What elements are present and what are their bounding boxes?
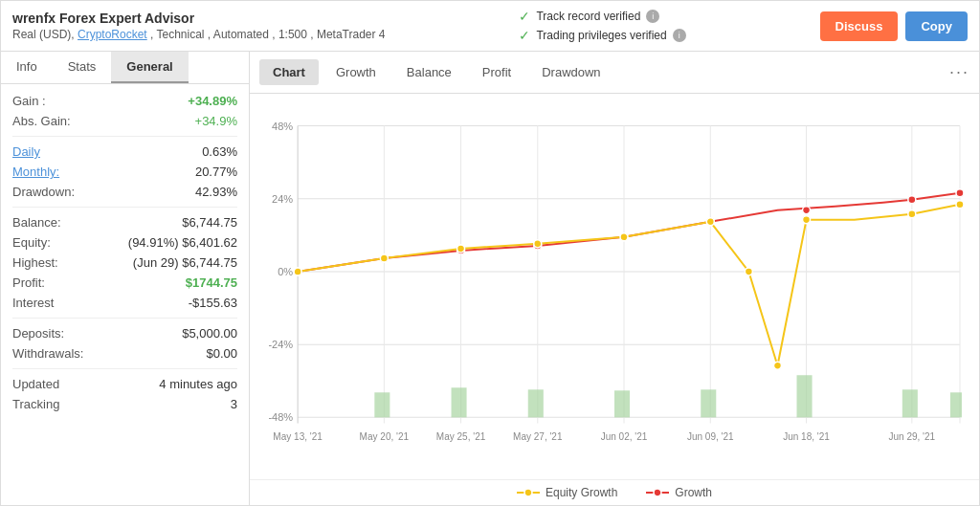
svg-rect-27: [374, 392, 390, 417]
header-actions: Discuss Copy: [820, 11, 968, 41]
drawdown-row: Drawdown: 42.93%: [12, 185, 237, 199]
svg-point-50: [745, 268, 752, 275]
balance-row: Balance: $6,744.75: [12, 215, 237, 230]
interest-row: Interest -$155.63: [12, 296, 237, 310]
svg-rect-33: [902, 389, 918, 417]
equity-row: Equity: (94.91%) $6,401.62: [12, 235, 237, 250]
svg-rect-28: [452, 387, 467, 417]
left-panel: Info Stats General Gain : +34.89% Abs. G…: [1, 52, 250, 505]
interest-value: -$155.63: [189, 296, 237, 310]
svg-text:Jun 18, '21: Jun 18, '21: [783, 431, 830, 442]
chart-svg: 48% 24% 0% -24% -48% May 13: [259, 103, 969, 474]
svg-rect-31: [701, 389, 716, 417]
svg-rect-29: [528, 389, 544, 417]
header-left: wrenfx Forex Expert Advisor Real (USD), …: [12, 11, 386, 41]
growth-legend-icon: [646, 487, 669, 498]
tab-stats[interactable]: Stats: [53, 52, 112, 83]
svg-point-58: [654, 489, 661, 496]
chart-tab-profit[interactable]: Profit: [469, 59, 524, 85]
track-record-verified: ✓ Track record verified i: [519, 9, 685, 24]
tab-info[interactable]: Info: [1, 52, 53, 83]
svg-point-42: [908, 196, 916, 204]
svg-point-56: [524, 489, 532, 496]
chart-menu-icon[interactable]: ···: [949, 62, 969, 82]
main-container: wrenfx Forex Expert Advisor Real (USD), …: [0, 0, 980, 506]
svg-text:48%: 48%: [272, 121, 293, 132]
svg-point-46: [457, 245, 465, 253]
chart-tab-drawdown[interactable]: Drawdown: [528, 59, 613, 85]
growth-label: Growth: [675, 486, 712, 499]
gain-section: Gain : +34.89% Abs. Gain: +34.9%: [12, 94, 237, 128]
withdrawals-row: Withdrawals: $0.00: [12, 346, 237, 361]
deposits-row: Deposits: $5,000.00: [12, 326, 237, 341]
interest-label: Interest: [12, 296, 54, 310]
gain-label: Gain :: [12, 94, 46, 108]
deposits-value: $5,000.00: [182, 326, 237, 341]
info-icon-1[interactable]: i: [646, 10, 659, 23]
cryptorocket-link[interactable]: CryptoRocket: [78, 28, 147, 41]
equity-value: (94.91%) $6,401.62: [128, 235, 237, 250]
monthly-label[interactable]: Monthly:: [12, 165, 59, 179]
svg-text:Jun 09, '21: Jun 09, '21: [687, 431, 734, 442]
main-content: Info Stats General Gain : +34.89% Abs. G…: [1, 52, 979, 505]
chart-tab-growth[interactable]: Growth: [323, 59, 390, 85]
daily-value: 0.63%: [202, 144, 237, 159]
equity-growth-legend-icon: [517, 487, 540, 498]
balance-value: $6,744.75: [182, 215, 237, 230]
svg-rect-30: [614, 390, 630, 417]
header: wrenfx Forex Expert Advisor Real (USD), …: [1, 1, 979, 52]
abs-gain-value: +34.9%: [195, 114, 237, 128]
svg-rect-34: [950, 392, 962, 417]
chart-tab-balance[interactable]: Balance: [393, 59, 465, 85]
drawdown-value: 42.93%: [195, 185, 237, 199]
svg-text:May 13, '21: May 13, '21: [273, 431, 323, 442]
daily-label[interactable]: Daily: [12, 144, 40, 159]
svg-point-49: [706, 218, 714, 226]
profit-value: $1744.75: [186, 275, 237, 290]
abs-gain-row: Abs. Gain: +34.9%: [12, 114, 237, 128]
svg-text:0%: 0%: [278, 266, 293, 277]
updated-row: Updated 4 minutes ago: [12, 377, 237, 391]
svg-text:May 25, '21: May 25, '21: [436, 431, 486, 442]
chart-tab-bar: Chart Growth Balance Profit Drawdown ···: [250, 52, 979, 94]
copy-button[interactable]: Copy: [905, 11, 968, 41]
growth-legend: Growth: [646, 486, 712, 499]
info-icon-2[interactable]: i: [673, 29, 686, 42]
highest-value: (Jun 29) $6,744.75: [133, 255, 237, 270]
svg-text:-48%: -48%: [268, 411, 293, 423]
highest-label: Highest:: [12, 255, 58, 270]
svg-text:Jun 29, '21: Jun 29, '21: [888, 431, 935, 442]
chart-area: 48% 24% 0% -24% -48% May 13: [250, 94, 979, 479]
svg-rect-32: [797, 375, 813, 417]
svg-text:-24%: -24%: [268, 339, 293, 350]
tracking-label: Tracking: [12, 397, 59, 411]
daily-row: Daily 0.63%: [12, 144, 237, 159]
deposits-label: Deposits:: [12, 326, 64, 341]
monthly-row: Monthly: 20.77%: [12, 165, 237, 179]
svg-text:May 20, '21: May 20, '21: [360, 431, 410, 442]
svg-text:Jun 02, '21: Jun 02, '21: [601, 431, 648, 442]
tab-general[interactable]: General: [111, 52, 188, 83]
verification-info: ✓ Track record verified i ✓ Trading priv…: [519, 9, 685, 43]
profit-label: Profit:: [12, 275, 45, 290]
equity-growth-label: Equity Growth: [546, 486, 617, 499]
check-icon-2: ✓: [519, 28, 530, 43]
svg-point-54: [956, 201, 964, 209]
svg-point-48: [620, 233, 628, 241]
abs-gain-label: Abs. Gain:: [12, 114, 71, 128]
svg-text:24%: 24%: [272, 193, 293, 205]
gain-value: +34.89%: [188, 94, 237, 108]
svg-point-51: [773, 362, 781, 369]
check-icon-1: ✓: [519, 9, 530, 24]
withdrawals-value: $0.00: [206, 346, 237, 361]
chart-tab-chart[interactable]: Chart: [259, 59, 319, 85]
updated-label: Updated: [12, 377, 59, 391]
monthly-value: 20.77%: [195, 165, 237, 179]
tracking-value: 3: [231, 397, 237, 411]
profit-row: Profit: $1744.75: [12, 275, 237, 290]
svg-point-52: [803, 216, 811, 224]
highest-row: Highest: (Jun 29) $6,744.75: [12, 255, 237, 270]
discuss-button[interactable]: Discuss: [820, 11, 899, 41]
right-panel: Chart Growth Balance Profit Drawdown ···…: [250, 52, 979, 505]
balance-label: Balance:: [12, 215, 61, 230]
